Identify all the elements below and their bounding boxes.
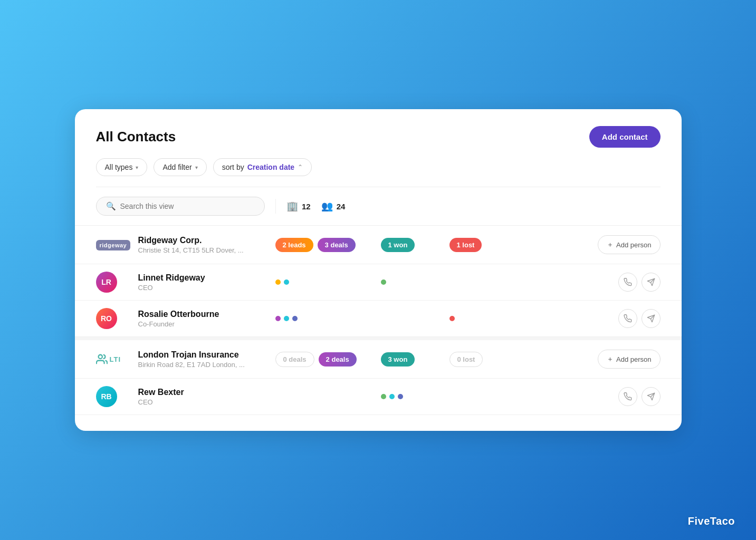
add-contact-button[interactable]: Add contact bbox=[589, 126, 661, 148]
call-button[interactable] bbox=[618, 309, 637, 328]
brand-footer: FiveTaco bbox=[688, 515, 735, 527]
won-dot bbox=[398, 394, 403, 399]
sort-value: Creation date bbox=[247, 163, 294, 171]
person-leads-dots bbox=[275, 316, 298, 321]
add-person-button[interactable]: ＋ Add person bbox=[598, 350, 661, 369]
person-avatar-col: RO bbox=[96, 308, 138, 329]
add-filter-button[interactable]: Add filter ▾ bbox=[154, 158, 206, 176]
person-actions-col bbox=[518, 387, 661, 406]
person-name-col: Rosalie OtterbourneCo-Founder bbox=[138, 310, 275, 328]
person-leads-col bbox=[275, 316, 381, 321]
company-name[interactable]: London Trojan Insurance bbox=[138, 350, 275, 360]
person-name[interactable]: Linnet Ridgeway bbox=[138, 273, 275, 283]
person-name[interactable]: Rosalie Otterbourne bbox=[138, 310, 275, 319]
person-won-dots bbox=[381, 279, 386, 285]
sort-prefix: sort by bbox=[222, 163, 244, 171]
company-name-col: London Trojan InsuranceBirkin Road 82, E… bbox=[138, 350, 275, 369]
company-leads-col: 2 leads3 deals bbox=[275, 238, 381, 252]
main-card: All Contacts Add contact All types ▾ Add… bbox=[75, 109, 682, 431]
company-deals-badge[interactable]: 2 deals bbox=[319, 352, 357, 367]
company-won-badge[interactable]: 1 won bbox=[381, 238, 415, 252]
companies-count: 12 bbox=[302, 202, 311, 211]
person-name-col: Rew BexterCEO bbox=[138, 388, 275, 406]
person-row: LRLinnet RidgewayCEO bbox=[75, 264, 682, 301]
company-row: ridgewayRidgeway Corp.Christie St 14, CT… bbox=[75, 226, 682, 264]
lead-dot bbox=[292, 316, 298, 321]
person-row: RORosalie OtterbourneCo-Founder bbox=[75, 301, 682, 337]
person-actions-col bbox=[518, 309, 661, 328]
contacts-list: ridgewayRidgeway Corp.Christie St 14, CT… bbox=[75, 226, 682, 415]
lead-dot bbox=[275, 316, 281, 321]
add-icon: ＋ bbox=[607, 240, 614, 249]
stats-divider bbox=[275, 199, 276, 214]
company-address: Birkin Road 82, E1 7AD London, ... bbox=[138, 361, 275, 369]
filters-row: All types ▾ Add filter ▾ sort by Creatio… bbox=[75, 158, 682, 187]
company-logo-text: LTI bbox=[110, 355, 121, 363]
company-lost-outline-badge[interactable]: 0 lost bbox=[449, 352, 483, 367]
company-avatar-col: ridgeway bbox=[96, 240, 138, 249]
person-avatar: RO bbox=[96, 308, 117, 329]
people-stat: 👥 24 bbox=[321, 200, 346, 212]
won-dot bbox=[389, 394, 395, 399]
companies-icon: 🏢 bbox=[286, 200, 298, 212]
person-avatar-col: RB bbox=[96, 386, 138, 407]
company-deals-outline-badge[interactable]: 0 deals bbox=[275, 352, 314, 367]
lost-dot bbox=[449, 316, 455, 321]
company-name-col: Ridgeway Corp.Christie St 14, CT15 5LR D… bbox=[138, 236, 275, 254]
type-filter-button[interactable]: All types ▾ bbox=[96, 158, 148, 176]
stats-row: 🏢 12 👥 24 bbox=[286, 200, 345, 212]
person-leads-col bbox=[275, 279, 381, 285]
add-icon: ＋ bbox=[607, 354, 614, 364]
company-won-col: 3 won bbox=[381, 352, 449, 367]
person-leads-dots bbox=[275, 279, 289, 285]
message-button[interactable] bbox=[642, 273, 661, 292]
company-lost-col: 1 lost bbox=[449, 238, 518, 252]
people-icon: 👥 bbox=[321, 200, 333, 212]
type-filter-label: All types bbox=[105, 163, 133, 171]
add-person-button[interactable]: ＋ Add person bbox=[598, 235, 661, 254]
search-stats-row: 🔍 🏢 12 👥 24 bbox=[75, 187, 682, 225]
lead-dot bbox=[284, 316, 289, 321]
lead-dot bbox=[284, 279, 289, 285]
call-button[interactable] bbox=[618, 273, 637, 292]
company-won-badge[interactable]: 3 won bbox=[381, 352, 415, 367]
company-logo-icon bbox=[96, 353, 108, 365]
company-leads-badge[interactable]: 2 leads bbox=[275, 238, 313, 252]
person-won-col bbox=[381, 279, 449, 285]
search-icon: 🔍 bbox=[106, 201, 116, 211]
person-role: CEO bbox=[138, 398, 275, 406]
won-dot bbox=[381, 394, 386, 399]
company-name[interactable]: Ridgeway Corp. bbox=[138, 236, 275, 245]
won-dot bbox=[381, 279, 386, 285]
type-filter-arrow-icon: ▾ bbox=[136, 165, 138, 170]
company-logo: ridgeway bbox=[96, 240, 131, 250]
company-row: LTILondon Trojan InsuranceBirkin Road 82… bbox=[75, 340, 682, 379]
company-avatar-col: LTI bbox=[96, 353, 138, 365]
page-header: All Contacts Add contact bbox=[75, 109, 682, 158]
person-won-dots bbox=[381, 394, 403, 399]
person-avatar: LR bbox=[96, 272, 117, 293]
company-lost-badge[interactable]: 1 lost bbox=[449, 238, 482, 252]
person-won-col bbox=[381, 394, 449, 399]
sort-button[interactable]: sort by Creation date ⌃ bbox=[213, 158, 312, 176]
person-row: RBRew BexterCEO bbox=[75, 379, 682, 415]
call-button[interactable] bbox=[618, 387, 637, 406]
companies-stat: 🏢 12 bbox=[286, 200, 311, 212]
person-role: Co-Founder bbox=[138, 320, 275, 328]
message-button[interactable] bbox=[642, 387, 661, 406]
lead-dot bbox=[275, 279, 281, 285]
person-avatar: RB bbox=[96, 386, 117, 407]
page-title: All Contacts bbox=[96, 129, 176, 145]
company-won-col: 1 won bbox=[381, 238, 449, 252]
person-role: CEO bbox=[138, 284, 275, 292]
company-deals-badge[interactable]: 3 deals bbox=[318, 238, 356, 252]
person-lost-col bbox=[449, 316, 518, 321]
company-actions-col: ＋ Add person bbox=[518, 235, 661, 254]
person-name-col: Linnet RidgewayCEO bbox=[138, 273, 275, 292]
company-lost-col: 0 lost bbox=[449, 352, 518, 367]
message-button[interactable] bbox=[642, 309, 661, 328]
company-actions-col: ＋ Add person bbox=[518, 350, 661, 369]
search-input[interactable] bbox=[120, 202, 255, 210]
person-name[interactable]: Rew Bexter bbox=[138, 388, 275, 397]
company-address: Christie St 14, CT15 5LR Dover, ... bbox=[138, 246, 275, 254]
